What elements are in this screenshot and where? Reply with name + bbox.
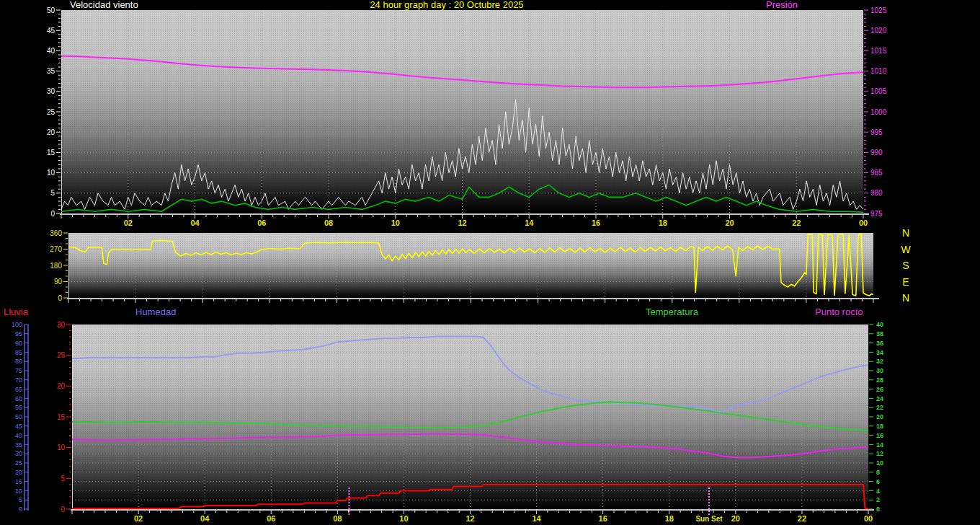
temperature-axis: 0246810121416182022242628303234363840 xyxy=(869,321,883,513)
hour-label: 00 xyxy=(864,514,873,523)
top-hour-axis: 020406081012141618202200 xyxy=(60,214,869,227)
hour-label: 22 xyxy=(792,219,801,227)
axis-tick-label: 1015 xyxy=(870,47,887,55)
axis-tick-label: 180 xyxy=(50,262,62,270)
axis-tick-label: 10 xyxy=(47,169,55,177)
axis-tick-label: 25 xyxy=(47,108,55,116)
rain-axis: 051015202530 xyxy=(57,321,71,513)
hour-label: 10 xyxy=(391,219,400,227)
axis-tick-label: 40 xyxy=(15,432,22,439)
axis-tick-label: 22 xyxy=(876,404,883,411)
axis-tick-label: 985 xyxy=(870,169,883,177)
axis-tick-label: 0 xyxy=(61,506,65,513)
hour-label: 12 xyxy=(466,514,474,523)
axis-tick-label: 20 xyxy=(57,382,66,390)
axis-tick-label: 10 xyxy=(876,459,883,467)
hour-label: 22 xyxy=(798,514,806,523)
axis-tick-label: 15 xyxy=(15,478,22,485)
bottom-hour-axis: 020406081012141618202200 xyxy=(71,510,874,523)
hour-label: 16 xyxy=(592,219,600,227)
hour-label: 02 xyxy=(134,514,143,523)
axis-tick-label: 1010 xyxy=(870,67,887,75)
compass-letter: N xyxy=(902,227,909,239)
axis-tick-label: 65 xyxy=(15,386,22,393)
axis-tick-label: 60 xyxy=(15,395,22,402)
axis-tick-label: 20 xyxy=(47,128,55,136)
axis-tick-label: 50 xyxy=(47,6,55,14)
axis-tick-label: 32 xyxy=(876,358,883,365)
pressure-axis: 975980985990995100010051010101510201025 xyxy=(864,6,887,218)
direction-hour-axis xyxy=(67,299,879,303)
axis-tick-label: 95 xyxy=(15,330,22,338)
axis-tick-label: 45 xyxy=(15,423,22,430)
hour-label: 08 xyxy=(324,219,333,227)
axis-tick-label: 70 xyxy=(15,376,22,384)
hour-label: 06 xyxy=(267,514,275,523)
axis-tick-label: 18 xyxy=(876,423,883,430)
axis-tick-label: 34 xyxy=(876,349,883,356)
compass-letter: W xyxy=(901,244,911,255)
axis-tick-label: 1025 xyxy=(870,6,887,14)
axis-tick-label: 980 xyxy=(870,189,883,197)
hour-label: 20 xyxy=(731,514,740,523)
compass-letter: N xyxy=(902,292,909,304)
axis-tick-label: 360 xyxy=(50,229,62,237)
humidity-axis: 0510152025303540455055606570758085909510… xyxy=(12,321,29,513)
axis-tick-label: 995 xyxy=(870,128,883,136)
axis-tick-label: 0 xyxy=(50,210,55,218)
axis-tick-label: 30 xyxy=(876,367,883,374)
charts-canvas: 0510152025303540455097598098599099510001… xyxy=(0,0,980,525)
axis-tick-label: 100 xyxy=(12,321,22,328)
hour-label: 14 xyxy=(525,219,534,227)
axis-tick-label: 1005 xyxy=(870,87,887,95)
axis-tick-label: 40 xyxy=(876,321,883,328)
axis-tick-label: 5 xyxy=(50,189,55,197)
axis-tick-label: 1000 xyxy=(870,108,887,116)
hour-label: 06 xyxy=(257,219,266,227)
axis-tick-label: 10 xyxy=(15,488,22,495)
axis-tick-label: 25 xyxy=(15,459,22,467)
sunset-label: Sun Set xyxy=(695,515,723,523)
axis-tick-label: 90 xyxy=(15,340,22,347)
axis-tick-label: 40 xyxy=(47,47,55,55)
axis-tick-label: 30 xyxy=(47,87,55,95)
hour-label: 12 xyxy=(458,219,466,227)
hour-label: 18 xyxy=(659,219,667,227)
axis-tick-label: 35 xyxy=(47,67,55,75)
axis-tick-label: 4 xyxy=(876,488,880,495)
weather-24h-graph-screen: Velocidad viento 24 hour graph day : 20 … xyxy=(0,0,980,525)
axis-tick-label: 25 xyxy=(57,351,66,359)
axis-tick-label: 45 xyxy=(47,27,55,35)
axis-tick-label: 0 xyxy=(58,294,62,302)
axis-tick-label: 24 xyxy=(876,395,883,402)
axis-tick-label: 5 xyxy=(19,496,22,503)
axis-tick-label: 28 xyxy=(876,376,883,384)
axis-tick-label: 26 xyxy=(876,386,883,393)
compass-letter: S xyxy=(902,260,909,271)
hour-label: 04 xyxy=(200,514,210,523)
axis-tick-label: 80 xyxy=(15,358,22,365)
axis-tick-label: 14 xyxy=(876,441,883,449)
axis-tick-label: 15 xyxy=(57,413,66,421)
axis-tick-label: 30 xyxy=(15,450,22,457)
axis-tick-label: 55 xyxy=(15,404,22,411)
hour-label: 04 xyxy=(190,219,200,227)
axis-tick-label: 30 xyxy=(57,321,66,329)
axis-tick-label: 50 xyxy=(15,413,22,420)
hour-label: 00 xyxy=(859,219,868,227)
axis-tick-label: 0 xyxy=(19,506,22,513)
axis-tick-label: 6 xyxy=(876,478,880,485)
axis-tick-label: 12 xyxy=(876,450,883,457)
hour-label: 20 xyxy=(725,219,734,227)
axis-tick-label: 5 xyxy=(61,475,65,482)
axis-tick-label: 1020 xyxy=(870,27,887,35)
axis-tick-label: 990 xyxy=(870,149,883,156)
axis-tick-label: 0 xyxy=(876,506,880,513)
axis-tick-label: 90 xyxy=(54,278,63,286)
hour-label: 10 xyxy=(399,514,408,523)
axis-tick-label: 8 xyxy=(876,469,880,476)
axis-tick-label: 2 xyxy=(876,496,880,503)
axis-tick-label: 16 xyxy=(876,432,883,439)
hour-label: 18 xyxy=(665,514,674,523)
axis-tick-label: 85 xyxy=(15,349,22,356)
